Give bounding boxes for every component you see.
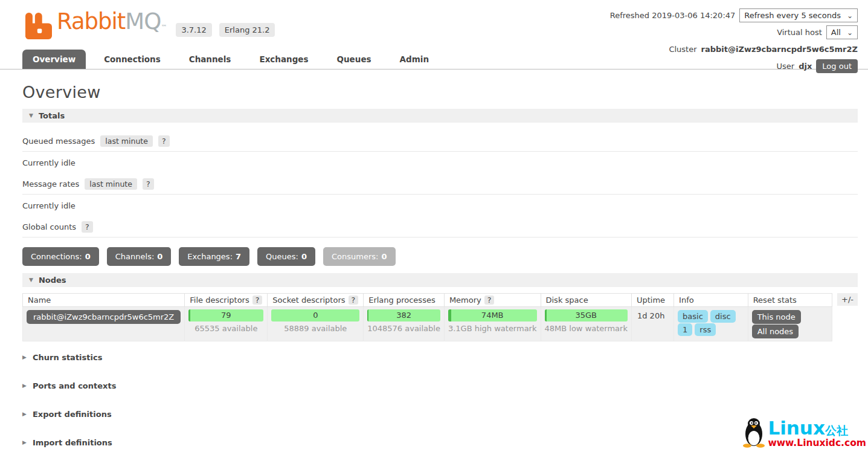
uptime-value: 1d 20h: [635, 309, 670, 323]
col-reset-stats-label: Reset stats: [753, 296, 797, 305]
col-erlang-processes-label: Erlang processes: [368, 296, 436, 305]
chevron-down-icon: ⌄: [847, 13, 853, 19]
message-rates-status: Currently idle: [22, 195, 858, 216]
tab-exchanges[interactable]: Exchanges: [249, 50, 318, 69]
watermark-url: www.Linuxidc.com: [768, 438, 866, 448]
tab-connections[interactable]: Connections: [94, 50, 171, 69]
section-ports-and-contexts[interactable]: ▶ Ports and contexts: [22, 373, 858, 398]
totals-section-header[interactable]: ▼ Totals: [22, 109, 858, 123]
queues-count-label: Queues:: [266, 252, 298, 261]
watermark-brand-suffix: 公社: [825, 422, 848, 438]
expand-icon: ▶: [22, 412, 27, 417]
message-rates-range-badge[interactable]: last minute: [85, 178, 137, 190]
col-info-label: Info: [679, 296, 694, 305]
col-uptime-label: Uptime: [637, 296, 665, 305]
connections-count-value: 0: [85, 252, 91, 261]
message-rates-help-icon[interactable]: ?: [143, 178, 154, 190]
tab-admin[interactable]: Admin: [390, 50, 439, 69]
version-badges: 3.7.12 Erlang 21.2: [176, 23, 275, 37]
linuxidc-watermark: Linux 公社 www.Linuxidc.com: [741, 418, 866, 448]
info-badge-basic: basic: [678, 310, 708, 323]
disk-space-free: 35GB: [575, 311, 597, 320]
erlang-version-badge: Erlang 21.2: [219, 23, 275, 37]
global-counts-label: Global counts: [22, 222, 76, 231]
socket-descriptors-cell: 0 58889 available: [268, 307, 364, 341]
global-counts-help-icon[interactable]: ?: [82, 221, 93, 233]
consumers-count-value: 0: [381, 252, 387, 261]
cluster-name: rabbit@iZwz9cbarncpdr5w6c5mr2Z: [701, 45, 858, 54]
file-descriptors-bar: 79: [188, 309, 263, 321]
message-rates-label: Message rates: [22, 179, 79, 189]
connections-count-button[interactable]: Connections:0: [22, 247, 99, 266]
file-descriptors-help-icon[interactable]: ?: [252, 296, 263, 305]
queued-messages-range-badge[interactable]: last minute: [100, 135, 153, 147]
tux-penguin-icon: [741, 418, 767, 448]
rabbitmq-logo-icon: [25, 13, 52, 39]
import-definitions-label: Import definitions: [33, 438, 112, 447]
column-toggle-button[interactable]: +/-: [837, 293, 858, 306]
col-socket-descriptors-label: Socket descriptors: [272, 296, 345, 305]
info-badge-rss: rss: [695, 323, 716, 336]
brand-tm: ™: [161, 24, 166, 30]
virtual-host-label: Virtual host: [777, 28, 822, 37]
watermark-text: Linux 公社 www.Linuxidc.com: [768, 420, 866, 448]
col-disk-space-label: Disk space: [546, 296, 588, 305]
section-churn-statistics[interactable]: ▶ Churn statistics: [22, 345, 858, 370]
expand-icon: ▶: [22, 355, 27, 360]
queued-messages-help-icon[interactable]: ?: [158, 135, 170, 147]
queued-messages-header: Queued messages last minute ?: [22, 130, 858, 152]
export-definitions-label: Export definitions: [33, 410, 112, 419]
col-file-descriptors-label: File descriptors: [190, 296, 249, 305]
brand-wordmark: RabbitMQ™: [57, 10, 166, 39]
virtual-host-select[interactable]: All ⌄: [826, 25, 858, 39]
nodes-section-header[interactable]: ▼ Nodes: [22, 273, 858, 287]
header-controls: Refreshed 2019-03-06 14:20:47 Refresh ev…: [610, 8, 858, 76]
chevron-down-icon: ⌄: [847, 30, 853, 36]
reset-all-nodes-button[interactable]: All nodes: [752, 325, 799, 338]
virtual-host-value: All: [831, 28, 841, 37]
tab-channels[interactable]: Channels: [179, 50, 242, 69]
page-title: Overview: [22, 83, 858, 102]
refresh-interval-value: Refresh every 5 seconds: [744, 11, 841, 20]
message-rates-header: Message rates last minute ?: [22, 173, 858, 195]
exchanges-count-value: 7: [236, 252, 241, 261]
version-badge: 3.7.12: [176, 23, 211, 37]
memory-watermark: 3.1GB high watermark: [448, 324, 537, 333]
nodes-table-wrap: Name File descriptors? Socket descriptor…: [22, 293, 858, 341]
col-memory-label: Memory: [449, 296, 481, 305]
col-reset-stats: Reset stats: [748, 294, 832, 307]
socket-descriptors-bar: 0: [271, 309, 359, 321]
exchanges-count-label: Exchanges:: [187, 252, 233, 261]
expand-icon: ▶: [22, 440, 27, 445]
file-descriptors-available: 65535 available: [188, 324, 263, 333]
socket-descriptors-used: 0: [313, 311, 318, 320]
channels-count-button[interactable]: Channels:0: [107, 247, 172, 266]
logout-button[interactable]: Log out: [816, 59, 858, 73]
erlang-processes-used: 382: [396, 311, 411, 320]
memory-used: 74MB: [481, 311, 504, 320]
bar-fill: [367, 309, 368, 321]
brand-rabbit: Rabbit: [57, 8, 125, 34]
section-export-definitions[interactable]: ▶ Export definitions: [22, 402, 858, 427]
brand-mq: MQ: [125, 8, 161, 34]
bar-fill: [188, 309, 190, 321]
exchanges-count-button[interactable]: Exchanges:7: [179, 247, 249, 266]
collapse-icon: ▼: [29, 277, 33, 283]
rabbitmq-logo[interactable]: RabbitMQ™ 3.7.12 Erlang 21.2: [25, 10, 275, 39]
queued-messages-label: Queued messages: [22, 137, 95, 146]
section-import-definitions[interactable]: ▶ Import definitions: [22, 430, 858, 449]
memory-help-icon[interactable]: ?: [484, 296, 495, 305]
refresh-interval-select[interactable]: Refresh every 5 seconds ⌄: [739, 8, 858, 22]
queues-count-value: 0: [301, 252, 307, 261]
tab-queues[interactable]: Queues: [327, 50, 382, 69]
node-name-badge[interactable]: rabbit@iZwz9cbarncpdr5w6c5mr2Z: [27, 310, 181, 324]
socket-descriptors-help-icon[interactable]: ?: [349, 296, 359, 305]
col-memory: Memory?: [444, 294, 541, 307]
tab-overview[interactable]: Overview: [22, 50, 86, 69]
ports-and-contexts-label: Ports and contexts: [33, 381, 116, 390]
churn-statistics-label: Churn statistics: [33, 353, 103, 362]
queues-count-button[interactable]: Queues:0: [257, 247, 315, 266]
channels-count-value: 0: [157, 252, 162, 261]
col-file-descriptors: File descriptors?: [185, 294, 268, 307]
reset-this-node-button[interactable]: This node: [752, 310, 801, 324]
